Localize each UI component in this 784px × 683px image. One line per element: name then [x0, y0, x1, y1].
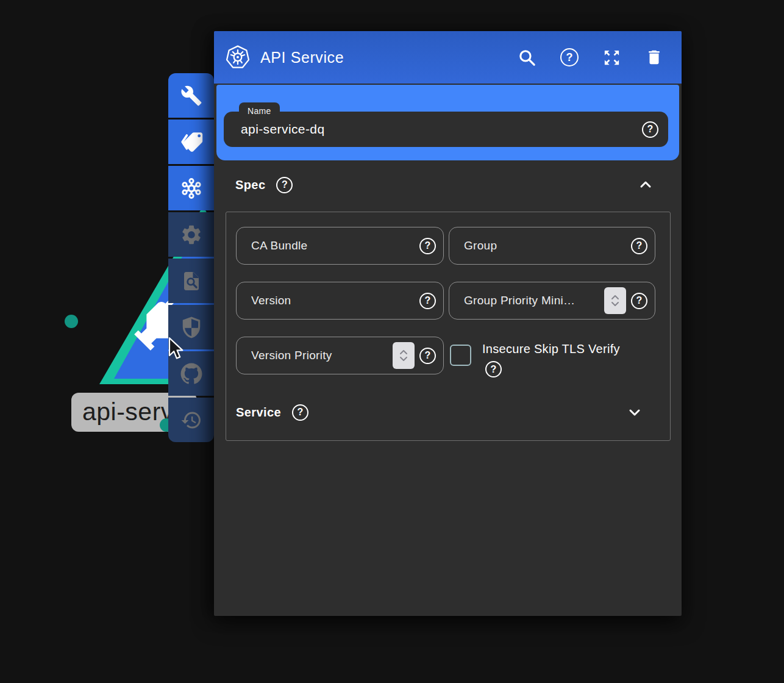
group-priority-minimum-input[interactable]	[449, 294, 604, 307]
stepper-chevrons-icon	[398, 347, 409, 364]
panel-header: API Service ?	[214, 31, 682, 84]
help-icon[interactable]: ?	[292, 404, 308, 421]
toolbar-button-settings[interactable]	[168, 212, 214, 257]
version-field[interactable]: ?	[236, 282, 444, 320]
details-panel: API Service ?	[214, 31, 682, 616]
number-stepper[interactable]	[393, 342, 415, 369]
help-icon[interactable]: ?	[276, 177, 293, 193]
checkbox-label: Insecure Skip TLS Verify	[482, 342, 620, 356]
kubernetes-logo-icon	[225, 45, 251, 70]
name-section: Name ?	[216, 85, 679, 160]
spec-fields-group: ? ? ? ?	[226, 212, 671, 441]
number-stepper[interactable]	[604, 287, 626, 314]
toolbar-button-edit[interactable]	[168, 73, 214, 118]
toolbar-button-labels[interactable]	[168, 120, 214, 164]
tag-icon	[180, 131, 203, 154]
panel-title: API Service	[260, 49, 344, 66]
toolbar-button-inspect[interactable]	[168, 259, 214, 303]
name-input[interactable]	[224, 122, 642, 137]
spec-title: Spec	[235, 178, 265, 192]
help-icon[interactable]: ?	[485, 361, 502, 377]
help-icon: ?	[560, 48, 579, 66]
ca-bundle-input[interactable]	[237, 239, 419, 252]
stepper-chevrons-icon	[610, 292, 621, 309]
search-icon	[518, 48, 536, 67]
service-title: Service	[236, 406, 281, 420]
expand-icon	[602, 48, 621, 67]
group-field[interactable]: ?	[449, 227, 655, 265]
group-input[interactable]	[449, 239, 631, 252]
shield-icon	[180, 316, 203, 339]
toolbar-button-history[interactable]	[168, 398, 214, 442]
chevron-down-icon[interactable]	[627, 404, 643, 420]
version-priority-input[interactable]	[237, 349, 393, 362]
help-icon[interactable]: ?	[419, 348, 436, 364]
mouse-cursor	[167, 337, 185, 362]
name-field-label: Name	[239, 102, 280, 121]
help-button[interactable]: ?	[560, 48, 579, 66]
version-input[interactable]	[237, 294, 419, 307]
history-icon	[180, 409, 202, 431]
github-icon	[179, 361, 204, 387]
chevron-up-icon[interactable]	[638, 177, 654, 193]
trash-icon	[645, 48, 663, 66]
delete-button[interactable]	[645, 48, 663, 66]
wrench-icon	[180, 85, 202, 107]
gear-icon	[180, 223, 203, 246]
ca-bundle-field[interactable]: ?	[236, 227, 444, 265]
file-search-icon	[180, 270, 202, 292]
service-section-header[interactable]: Service ?	[236, 400, 643, 424]
connection-port-dot[interactable]	[65, 315, 78, 328]
help-icon[interactable]: ?	[419, 293, 436, 309]
help-icon[interactable]: ?	[642, 121, 658, 138]
node-toolbar	[168, 73, 214, 442]
toolbar-button-network[interactable]	[168, 166, 214, 210]
search-button[interactable]	[518, 48, 536, 67]
help-icon[interactable]: ?	[419, 238, 436, 254]
insecure-skip-tls-verify-field: Insecure Skip TLS Verify ?	[450, 342, 620, 377]
help-icon[interactable]: ?	[631, 293, 647, 309]
insecure-skip-tls-verify-checkbox[interactable]	[450, 345, 471, 366]
version-priority-field[interactable]: ?	[236, 337, 444, 374]
help-icon[interactable]: ?	[631, 238, 647, 254]
hub-icon	[179, 176, 204, 201]
name-field: Name ?	[224, 112, 668, 147]
group-priority-minimum-field[interactable]: ?	[449, 282, 655, 320]
spec-section-header[interactable]: Spec ?	[235, 173, 654, 197]
expand-button[interactable]	[602, 48, 621, 67]
